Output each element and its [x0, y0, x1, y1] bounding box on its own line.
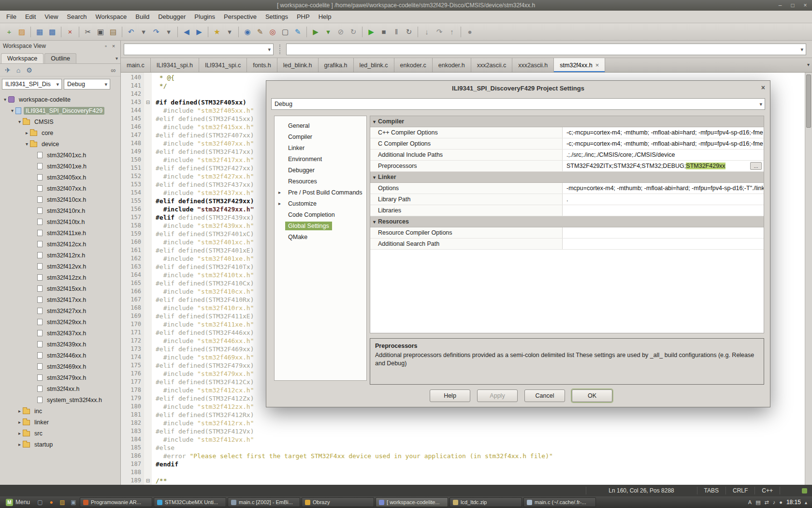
tree-item-stm32f401xe-h[interactable]: stm32f401xe.h — [0, 161, 120, 172]
minimize-icon[interactable]: – — [776, 2, 784, 9]
collapse-icon[interactable]: ▾ — [9, 108, 15, 113]
line-number[interactable]: 181 — [121, 411, 141, 419]
close-tab-icon[interactable]: × — [595, 61, 599, 69]
menu-item-workspace[interactable]: Workspace — [91, 11, 131, 23]
tree-item-stm32f4xx-h[interactable]: stm32f4xx.h — [0, 383, 120, 394]
save-all-icon[interactable]: ▩ — [46, 26, 58, 38]
cancel-button[interactable]: Cancel — [524, 389, 565, 402]
settings-category-environment[interactable]: Environment — [275, 153, 366, 164]
maximize-icon[interactable]: □ — [789, 2, 797, 9]
tree-item-stm32f412zx-h[interactable]: stm32f412zx.h — [0, 272, 120, 283]
setting-value[interactable] — [563, 227, 764, 238]
display-icon[interactable]: ▤ — [755, 499, 760, 506]
tree-item-stm32f410cx-h[interactable]: stm32f410cx.h — [0, 194, 120, 205]
open-file-icon[interactable]: ▨ — [16, 26, 28, 38]
settings-category-compiler[interactable]: Compiler — [275, 131, 366, 142]
tree-item-stm32f417xx-h[interactable]: stm32f417xx.h — [0, 294, 120, 305]
line-number[interactable]: 156 — [121, 205, 141, 213]
expand-icon[interactable]: ▸ — [278, 201, 285, 206]
dialog-close-icon[interactable]: × — [761, 84, 765, 91]
code-line[interactable]: #error "Please select first the target S… — [156, 452, 803, 460]
find-replace-icon[interactable]: ✎ — [254, 26, 266, 38]
files-icon[interactable]: ▨ — [58, 497, 67, 507]
titlebar[interactable]: [ workspace-codelite ] /home/pawel/works… — [0, 0, 812, 11]
tree-item-ili9341-spi-discoveryf429[interactable]: ▾ILI9341_SPI_DiscoveryF429 — [0, 105, 120, 116]
settings-category-debugger[interactable]: Debugger — [275, 164, 366, 176]
editor-tab-enkoder-c[interactable]: enkoder.c — [394, 58, 433, 72]
line-number[interactable]: 164 — [121, 271, 141, 279]
line-number[interactable]: 185 — [121, 444, 141, 452]
collapse-icon[interactable]: ▾ — [16, 119, 23, 124]
fold-marker-icon[interactable]: ⊟ — [144, 477, 152, 485]
setting-value[interactable]: .;./src;./inc;./CMSIS/core;./CMSIS/devic… — [563, 149, 764, 160]
expand-icon[interactable]: ▸ — [16, 442, 23, 447]
line-number[interactable]: 168 — [121, 304, 141, 312]
line-number[interactable]: 158 — [121, 222, 141, 230]
sidebar-tab-workspace[interactable]: Workspace — [1, 53, 44, 63]
help-button[interactable]: Help — [430, 389, 470, 402]
status-language[interactable]: C++ — [754, 487, 780, 494]
browse-button[interactable]: ... — [750, 162, 762, 170]
tree-item-device[interactable]: ▾device — [0, 138, 120, 149]
settings-category-linker[interactable]: Linker — [275, 142, 366, 153]
taskbar-window-programowanie-ar[interactable]: Programowanie AR... — [80, 497, 152, 507]
line-number[interactable]: 150 — [121, 156, 141, 164]
line-number[interactable]: 189 — [121, 477, 141, 485]
code-line[interactable]: #else — [156, 444, 803, 452]
editor-tab-xxx2ascii-h[interactable]: xxx2ascii.h — [512, 58, 554, 72]
line-number[interactable]: 153 — [121, 180, 141, 189]
paste-icon[interactable]: ▤ — [107, 26, 119, 38]
redo-menu-icon[interactable]: ▾ — [163, 26, 174, 38]
code-line[interactable]: #include "stm32f412vx.h" — [156, 435, 803, 444]
tree-item-core[interactable]: ▸core — [0, 127, 120, 138]
close-file-icon[interactable]: × — [64, 26, 76, 38]
expand-icon[interactable]: ▸ — [16, 431, 23, 436]
code-line[interactable]: #include "stm32f412rx.h" — [156, 419, 803, 427]
editor-tab-enkoder-h[interactable]: enkoder.h — [433, 58, 471, 72]
step-out-icon[interactable]: ↑ — [446, 26, 458, 38]
settings-section-resources[interactable]: ▾Resources — [370, 216, 764, 227]
search-combo[interactable]: ▾ — [286, 44, 806, 55]
line-number[interactable]: 160 — [121, 238, 141, 246]
line-number[interactable]: 170 — [121, 320, 141, 329]
line-number[interactable]: 187 — [121, 460, 141, 468]
tree-item-stm32f405xx-h[interactable]: stm32f405xx.h — [0, 172, 120, 183]
setting-value[interactable]: -c;-mcpu=cortex-m4; -mthumb; -mfloat-abi… — [563, 127, 764, 138]
taskbar-window-main-c-cache-fr[interactable]: main.c (~/.cache/.fr-... — [523, 497, 596, 507]
line-number[interactable]: 143 — [121, 98, 141, 106]
ok-button[interactable]: OK — [572, 389, 612, 402]
line-number[interactable]: 178 — [121, 386, 141, 394]
update-manager-icon[interactable]: ● — [779, 499, 783, 506]
tab-list-chevron-icon[interactable]: ▾ — [807, 62, 810, 67]
tree-item-stm32f469xx-h[interactable]: stm32f469xx.h — [0, 361, 120, 372]
apply-button[interactable]: Apply — [477, 389, 518, 402]
setting-value[interactable]: -mcpu=cortex-m4; -mthumb; -mfloat-abi=ha… — [563, 183, 764, 194]
sidebar-tab-outline[interactable]: Outline — [44, 53, 76, 63]
pause-debugger-icon[interactable]: ‖ — [391, 26, 402, 38]
tree-item-stm32f412vx-h[interactable]: stm32f412vx.h — [0, 261, 120, 272]
find-icon[interactable]: ◉ — [242, 26, 253, 38]
stop-debugger-icon[interactable]: ■ — [378, 26, 390, 38]
float-panel-icon[interactable]: ▫ — [102, 43, 110, 49]
tree-item-stm32f429xx-h[interactable]: stm32f429xx.h — [0, 316, 120, 328]
tree-item-linker[interactable]: ▸linker — [0, 417, 120, 428]
build-config-combo[interactable]: Debug ▾ — [64, 79, 110, 90]
menu-item-view[interactable]: View — [40, 11, 62, 23]
line-number[interactable]: 180 — [121, 403, 141, 411]
status-whitespace[interactable]: TABS — [697, 487, 725, 494]
line-number[interactable]: 175 — [121, 361, 141, 370]
tree-item-stm32f437xx-h[interactable]: stm32f437xx.h — [0, 328, 120, 339]
menu-button[interactable]: M Menu — [2, 497, 34, 508]
line-number[interactable]: 182 — [121, 419, 141, 427]
scrollbar-thumb[interactable] — [806, 75, 811, 128]
line-number[interactable]: 169 — [121, 312, 141, 320]
redo-icon[interactable]: ↷ — [150, 26, 162, 38]
dialog-titlebar[interactable]: ILI9341_SPI_DiscoveryF429 Project Settin… — [266, 81, 770, 95]
line-number[interactable]: 146 — [121, 123, 141, 131]
save-file-icon[interactable]: ▦ — [34, 26, 45, 38]
editor-tab-main-c[interactable]: main.c — [121, 58, 151, 72]
network-icon[interactable]: ⇄ — [765, 499, 769, 506]
code-line[interactable]: #elif defined(STM32F412Rx) — [156, 411, 803, 419]
line-number[interactable]: 157 — [121, 213, 141, 222]
code-line[interactable] — [156, 468, 803, 477]
